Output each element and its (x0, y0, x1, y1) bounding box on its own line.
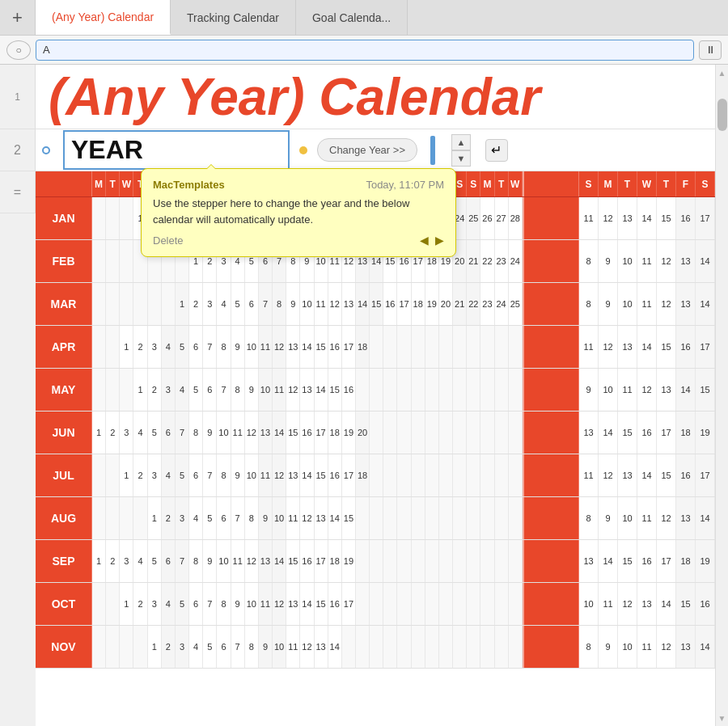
change-year-label: Change Year >> (329, 144, 405, 156)
scroll-arrow-down[interactable]: ▼ (716, 710, 728, 726)
scroll-down-button[interactable]: ▼ (451, 150, 471, 167)
year-input[interactable] (63, 130, 290, 170)
day-cell: 12 (273, 326, 286, 368)
day-cell: 11 (273, 369, 286, 411)
change-year-button[interactable]: Change Year >> (317, 138, 417, 162)
day-cell: 6 (217, 497, 231, 539)
day-cell: 13 (315, 497, 328, 539)
day-cell: 9 (259, 626, 273, 668)
formula-input[interactable] (36, 40, 694, 61)
extra-days-section: 891011121314 (579, 283, 715, 325)
enter-button[interactable]: ↵ (485, 139, 508, 162)
day-cell: 20 (439, 283, 453, 325)
second-section-month (523, 412, 579, 454)
day-cell: 8 (217, 583, 231, 625)
day-cell: 22 (467, 283, 480, 325)
month-label-may: MAY (36, 369, 92, 411)
day-cell: 9 (203, 540, 217, 582)
extra-day-cell: 13 (676, 283, 696, 325)
extra-day-cell: 17 (657, 412, 676, 454)
extra-day-cell: 13 (579, 540, 599, 582)
row-equals-icon[interactable]: = (0, 171, 36, 213)
day-cell (92, 497, 106, 539)
day-cell (495, 412, 509, 454)
tab-any-year-calendar[interactable]: (Any Year) Calendar (36, 0, 171, 35)
day-cell: 8 (189, 540, 203, 582)
day-cell: 13 (286, 326, 300, 368)
day-cell: 13 (300, 369, 314, 411)
day-cell (425, 583, 439, 625)
tooltip-next-button[interactable]: ▶ (435, 234, 444, 247)
extra-day-cell: 14 (696, 283, 715, 325)
day-cell (106, 583, 120, 625)
day-cell: 15 (328, 369, 342, 411)
day-cell: 2 (106, 412, 120, 454)
month-label-nov: NOV (36, 626, 92, 668)
tab-goal-calendar[interactable]: Goal Calenda... (296, 0, 408, 35)
day-cell (509, 326, 523, 368)
calendar-row-jul: JUL1234567891011121314151617181112131415… (36, 454, 715, 497)
day-cell: 15 (315, 583, 328, 625)
day-cell (453, 454, 467, 496)
day-cell (356, 497, 370, 539)
header-day2-5: F (676, 171, 696, 196)
extra-day-cell: 13 (676, 240, 696, 282)
day-cell (425, 454, 439, 496)
second-section-month (523, 240, 579, 282)
day-cell: 4 (162, 326, 176, 368)
tooltip-delete-button[interactable]: Delete (153, 234, 184, 247)
day-cell (397, 369, 411, 411)
pause-button[interactable]: ⏸ (699, 40, 722, 60)
day-cell: 10 (273, 626, 286, 668)
scroll-arrow-up[interactable]: ▲ (716, 65, 728, 81)
day-cell (133, 283, 147, 325)
scroll-up-button[interactable]: ▲ (451, 134, 471, 150)
day-cell: 19 (342, 540, 356, 582)
right-scrollbar[interactable]: ▲ ▼ (715, 65, 728, 726)
extra-days-section: 11121314151617 (579, 326, 715, 368)
day-cell: 10 (245, 454, 259, 496)
day-cell: 2 (133, 583, 147, 625)
day-cell: 9 (231, 454, 245, 496)
day-cell (425, 497, 439, 539)
extra-day-cell: 17 (657, 540, 676, 582)
extra-days-section: 13141516171819 (579, 412, 715, 454)
day-cell: 4 (133, 540, 147, 582)
day-cell (383, 626, 397, 668)
extra-day-cell: 11 (618, 369, 637, 411)
days-section-jul: 123456789101112131415161718 (92, 454, 523, 496)
day-cell: 11 (286, 626, 300, 668)
second-section-month (523, 626, 579, 668)
extra-day-cell: 8 (579, 240, 599, 282)
year-row: Change Year >> ▲ ▼ ↵ MacTemplates (36, 129, 715, 171)
day-cell: 1 (120, 326, 133, 368)
extra-day-cell: 15 (618, 412, 637, 454)
day-cell: 15 (342, 497, 356, 539)
day-cell: 15 (286, 540, 300, 582)
day-cell: 8 (189, 412, 203, 454)
extra-day-cell: 13 (676, 497, 696, 539)
day-cell: 8 (217, 326, 231, 368)
tooltip-prev-button[interactable]: ◀ (420, 234, 429, 247)
add-tab-button[interactable]: + (0, 0, 36, 35)
tab-tracking-calendar[interactable]: Tracking Calendar (171, 0, 296, 35)
header-day2-6: S (696, 171, 715, 196)
scroll-thumb[interactable] (717, 99, 727, 131)
extra-day-cell: 12 (637, 369, 657, 411)
day-cell: 5 (176, 583, 189, 625)
day-cell (370, 626, 383, 668)
day-cell: 4 (189, 497, 203, 539)
month-label-aug: AUG (36, 497, 92, 539)
day-cell: 1 (120, 583, 133, 625)
day-cell: 12 (245, 412, 259, 454)
extra-day-cell: 14 (637, 454, 657, 496)
extra-day-cell: 10 (618, 626, 637, 668)
day-cell: 14 (356, 283, 370, 325)
extra-day-cell: 19 (696, 540, 715, 582)
day-cell: 15 (370, 283, 383, 325)
day-cell (92, 626, 106, 668)
day-cell: 11 (231, 412, 245, 454)
extra-days-section: 891011121314 (579, 240, 715, 282)
day-cell: 6 (217, 626, 231, 668)
day-cell: 19 (342, 412, 356, 454)
